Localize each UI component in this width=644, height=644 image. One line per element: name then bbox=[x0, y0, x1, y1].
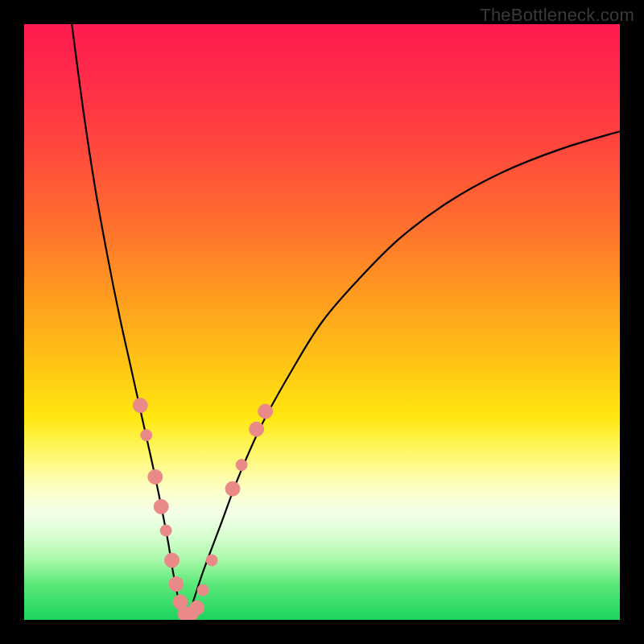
marker-dot bbox=[206, 555, 217, 566]
marker-dot bbox=[258, 404, 273, 419]
marker-dot bbox=[133, 398, 147, 413]
chart-curve bbox=[72, 24, 620, 620]
marker-dot bbox=[225, 481, 240, 496]
chart-frame bbox=[24, 24, 620, 620]
curve-right-branch bbox=[185, 131, 620, 620]
marker-dot bbox=[250, 422, 264, 436]
marker-dot bbox=[165, 553, 180, 568]
marker-dot bbox=[141, 430, 152, 441]
marker-dot bbox=[236, 460, 247, 471]
chart-marker-dots bbox=[133, 398, 272, 620]
chart-svg bbox=[24, 24, 620, 620]
marker-dot bbox=[160, 525, 171, 536]
marker-dot bbox=[154, 499, 168, 514]
marker-dot bbox=[197, 584, 208, 596]
marker-dot bbox=[169, 577, 184, 592]
watermark-text: TheBottleneck.com bbox=[480, 5, 634, 26]
marker-dot bbox=[148, 469, 163, 484]
marker-dot bbox=[190, 601, 204, 615]
